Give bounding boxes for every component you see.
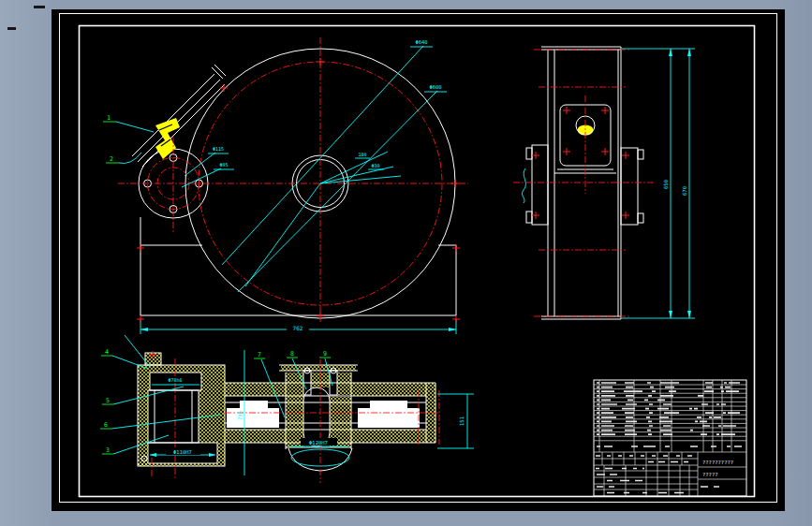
dim-slot: Φ120H7 [309,440,328,446]
front-view-base-outline [140,217,456,315]
dim-drum-inner: Φ600 [429,84,441,90]
leader-3: 3 [106,446,110,454]
title-note-1: ?????????? [702,460,733,465]
sheet-border [60,14,777,503]
front-view: Φ640 Φ600 180 Φ30 Φ115 Φ95 762 1 2 [103,37,468,334]
side-view: 650 670 [513,47,695,319]
side-view-target-marks [532,107,629,219]
side-view-dimensions: 650 670 [622,49,695,318]
dim-bore-top: Φ78h6 [168,377,182,383]
title-note-2: ????? [702,472,718,477]
side-view-outline [526,47,643,319]
dim-length: 180 [358,152,366,157]
dim-height-outer: 670 [682,186,687,196]
mounting-plate [554,105,616,173]
dim-flange-inner: Φ95 [219,162,228,168]
selected-clamp-part[interactable] [155,118,180,159]
cad-application-window: Φ640 Φ600 180 Φ30 Φ115 Φ95 762 1 2 [0,0,812,526]
leader-5: 5 [106,397,110,404]
title-block: ?????????? ????? [594,380,746,496]
front-view-leaders: 1 2 [103,114,154,164]
dim-end-length: 151 [459,416,465,426]
cad-drawing: Φ640 Φ600 180 Φ30 Φ115 Φ95 762 1 2 [0,0,812,526]
dim-section-height: 235 [237,411,243,420]
dim-flange-outer: Φ115 [213,146,224,152]
leader-4: 4 [105,348,109,356]
leader-7: 7 [258,351,261,358]
dim-drum-outer: Φ640 [415,39,427,45]
dim-small-bore: Φ30 [371,163,379,168]
leader-6: 6 [104,421,108,429]
section-view: Φ78h6 Φ110H7 Φ120H7 235 151 4 5 6 [100,335,474,483]
leader-9: 9 [323,350,327,358]
dim-base-width: 762 [293,325,303,331]
leader-2: 2 [110,155,113,163]
dim-height-inner: 650 [663,180,669,189]
side-view-centerlines [513,50,656,316]
dim-bore-bottom: Φ110H7 [173,449,192,455]
leader-8: 8 [290,350,294,358]
leader-1: 1 [107,114,111,122]
break-line [522,168,525,203]
